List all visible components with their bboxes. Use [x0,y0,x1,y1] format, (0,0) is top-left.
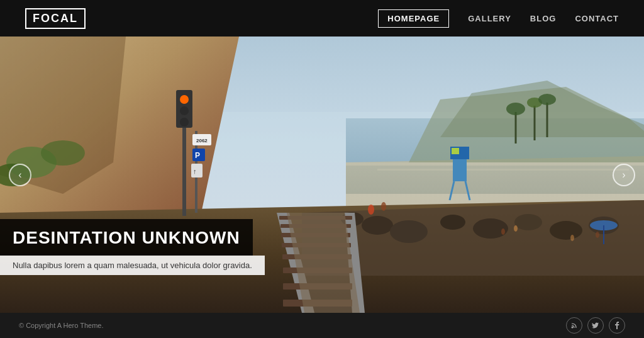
svg-point-58 [381,202,386,211]
svg-point-25 [514,214,542,230]
next-arrow-icon: › [622,169,625,181]
svg-point-18 [538,94,556,105]
nav-links: HOMEPAGE GALLERY BLOG CONTACT [378,13,619,24]
svg-rect-54 [452,148,459,154]
rss-icon[interactable] [566,317,582,334]
svg-text:2062: 2062 [196,138,208,144]
svg-point-42 [180,95,189,104]
svg-point-23 [440,215,465,230]
svg-point-59 [501,228,505,235]
svg-point-43 [180,106,189,115]
navbar: FOCAL HOMEPAGE GALLERY BLOG CONTACT [0,0,644,37]
prev-arrow-icon: ‹ [18,169,21,181]
footer-copyright: © Copyright A Hero Theme. [19,322,103,329]
facebook-icon[interactable] [609,317,625,334]
svg-point-61 [570,235,574,241]
svg-point-62 [596,232,599,238]
svg-text:P: P [195,151,200,160]
svg-point-44 [180,118,189,127]
svg-point-60 [514,225,518,232]
hero-caption: DESINTATION UNKNOWN Nulla dapibus lorem … [0,219,314,275]
svg-point-26 [550,221,582,240]
hero-section: 2062 P ↑ ‹ [0,37,644,313]
svg-text:↑: ↑ [193,167,197,175]
svg-point-65 [572,327,574,329]
nav-item-homepage[interactable]: HOMEPAGE [378,13,449,24]
next-arrow[interactable]: › [613,164,635,186]
nav-item-gallery[interactable]: GALLERY [468,13,511,24]
nav-link-contact[interactable]: CONTACT [575,14,619,23]
logo-text: FOCAL [33,12,78,25]
nav-item-contact[interactable]: CONTACT [575,13,619,24]
nav-link-gallery[interactable]: GALLERY [468,14,511,23]
prev-arrow[interactable]: ‹ [9,164,31,186]
nav-link-blog[interactable]: BLOG [530,14,557,23]
svg-point-22 [390,220,428,243]
twitter-icon[interactable] [587,317,604,334]
svg-point-5 [41,140,85,166]
nav-link-homepage[interactable]: HOMEPAGE [378,9,449,28]
hero-title: DESINTATION UNKNOWN [13,228,240,248]
svg-point-21 [362,216,393,235]
svg-point-57 [368,205,374,215]
hero-subtitle: Nulla dapibus lorem a quam malesuada, ut… [13,261,252,270]
hero-title-box: DESINTATION UNKNOWN [0,219,253,256]
footer-social-icons [566,317,625,334]
nav-item-blog[interactable]: BLOG [530,13,557,24]
logo[interactable]: FOCAL [25,8,86,29]
footer: © Copyright A Hero Theme. [0,313,644,338]
svg-point-14 [506,103,525,115]
svg-point-24 [473,218,508,239]
hero-subtitle-box: Nulla dapibus lorem a quam malesuada, ut… [0,256,265,275]
